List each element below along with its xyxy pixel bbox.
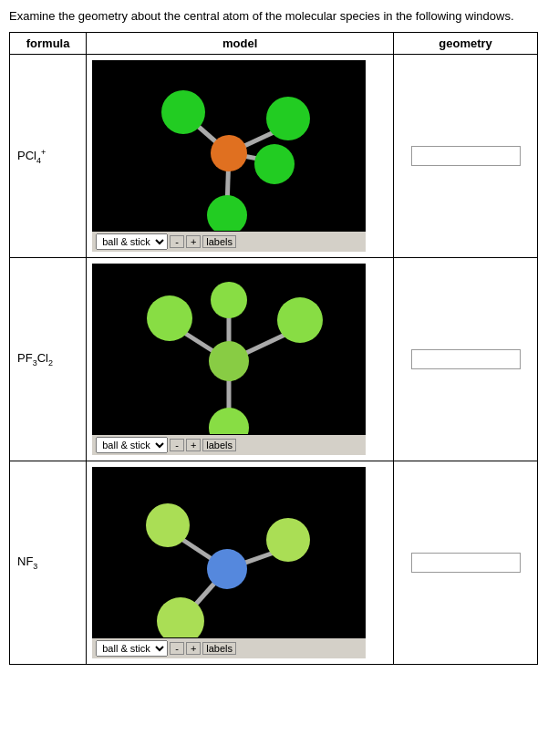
zoom-in-button-nf3[interactable]: + xyxy=(186,642,201,655)
mol-canvas-nf3 xyxy=(92,467,366,638)
zoom-in-button-pf3cl2[interactable]: + xyxy=(186,439,201,451)
model-cell-pcl4: ball & stick space fill wire frame - + l… xyxy=(87,55,394,258)
model-cell-pf3cl2: ball & stick space fill wire frame - + l… xyxy=(87,258,394,461)
formula-cell-nf3: NF3 xyxy=(10,461,87,665)
formula-label: NF3 xyxy=(17,554,37,568)
geometry-cell-pf3cl2 xyxy=(394,258,538,461)
model-viewer-nf3[interactable]: ball & stick space fill wire frame - + l… xyxy=(92,467,366,658)
svg-point-13 xyxy=(147,295,192,341)
zoom-in-button-pcl4[interactable]: + xyxy=(186,235,201,248)
table-row: PF3Cl2 xyxy=(10,258,538,461)
formula-label: PCl4+ xyxy=(17,149,46,162)
zoom-out-button-pcl4[interactable]: - xyxy=(170,235,184,248)
geometry-cell-nf3 xyxy=(394,461,538,665)
svg-point-24 xyxy=(207,549,247,589)
model-type-select-nf3[interactable]: ball & stick space fill wire frame xyxy=(96,640,168,657)
zoom-out-button-nf3[interactable]: - xyxy=(170,642,184,655)
svg-point-4 xyxy=(161,90,205,134)
model-controls-pcl4: ball & stick space fill wire frame - + l… xyxy=(92,232,366,252)
formula-cell-pf3cl2: PF3Cl2 xyxy=(10,258,87,461)
geometry-cell-pcl4 xyxy=(394,55,538,258)
mol-canvas-pcl4 xyxy=(92,60,366,232)
model-type-select-pf3cl2[interactable]: ball & stick space fill wire frame xyxy=(96,437,168,453)
model-type-select-pcl4[interactable]: ball & stick space fill wire frame xyxy=(96,233,168,250)
molecule-svg-pcl4 xyxy=(92,62,366,231)
svg-point-6 xyxy=(254,144,295,184)
geometry-input-pcl4[interactable] xyxy=(411,146,521,166)
svg-point-17 xyxy=(209,341,249,381)
zoom-out-button-pf3cl2[interactable]: - xyxy=(170,439,184,451)
mol-canvas-pf3cl2 xyxy=(92,264,366,435)
table-row: NF3 xyxy=(10,461,538,665)
model-controls-nf3: ball & stick space fill wire frame - + l… xyxy=(92,638,366,658)
labels-button-nf3[interactable]: labels xyxy=(202,642,236,655)
svg-point-5 xyxy=(266,97,310,140)
model-viewer-pf3cl2[interactable]: ball & stick space fill wire frame - + l… xyxy=(92,264,366,455)
svg-point-7 xyxy=(207,195,247,231)
geometry-input-pf3cl2[interactable] xyxy=(411,349,521,369)
svg-point-16 xyxy=(209,408,249,434)
col-header-model: model xyxy=(87,33,394,55)
svg-point-14 xyxy=(277,297,323,343)
formula-cell-pcl4: PCl4+ xyxy=(10,55,87,258)
model-cell-nf3: ball & stick space fill wire frame - + l… xyxy=(87,461,394,665)
svg-point-8 xyxy=(211,135,247,171)
svg-point-21 xyxy=(146,503,190,547)
geometry-input-nf3[interactable] xyxy=(411,553,521,573)
labels-button-pf3cl2[interactable]: labels xyxy=(202,439,236,451)
model-viewer-pcl4[interactable]: ball & stick space fill wire frame - + l… xyxy=(92,60,366,252)
molecule-svg-nf3 xyxy=(92,469,366,637)
col-header-formula: formula xyxy=(10,33,87,55)
intro-text: Examine the geometry about the central a… xyxy=(9,9,539,23)
svg-point-22 xyxy=(266,518,310,562)
svg-point-15 xyxy=(211,282,247,318)
model-controls-pf3cl2: ball & stick space fill wire frame - + l… xyxy=(92,435,366,455)
labels-button-pcl4[interactable]: labels xyxy=(202,235,236,248)
molecule-svg-pf3cl2 xyxy=(92,265,366,434)
table-row: PCl4+ xyxy=(10,55,538,258)
col-header-geometry: geometry xyxy=(394,33,538,55)
formula-label: PF3Cl2 xyxy=(17,351,53,365)
